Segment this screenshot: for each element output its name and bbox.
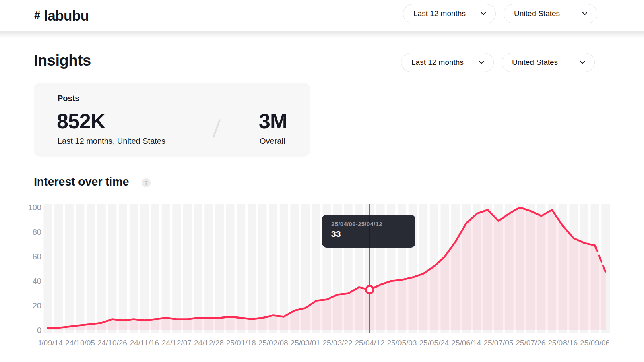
interest-over-time-title: Interest over time	[34, 175, 129, 188]
chart-x-axis-labels: 24/09/1424/10/0524/10/2624/11/1624/12/07…	[33, 339, 610, 347]
header-time-range-label: Last 12 months	[413, 9, 466, 18]
svg-text:25/07/05: 25/07/05	[483, 339, 513, 347]
help-icon[interactable]: ?	[142, 178, 151, 187]
header-region-dropdown[interactable]: United States	[504, 4, 597, 23]
posts-primary-value: 852K	[57, 109, 105, 133]
hashtag-name: labubu	[44, 8, 89, 24]
svg-text:25/04/12: 25/04/12	[355, 339, 385, 347]
chart-y-axis-labels: 020406080100	[28, 203, 41, 335]
svg-text:25/07/26: 25/07/26	[516, 339, 545, 347]
top-header: # labubu Last 12 months United States	[0, 0, 644, 31]
svg-text:24/10/26: 24/10/26	[97, 339, 127, 347]
chevron-down-icon	[477, 58, 485, 66]
svg-text:24/09/14: 24/09/14	[33, 339, 63, 347]
insights-section-title: Insights	[34, 52, 91, 69]
svg-text:25/05/24: 25/05/24	[419, 339, 449, 347]
hash-symbol: #	[34, 9, 40, 22]
posts-secondary-value: 3M	[259, 109, 287, 133]
chevron-down-icon	[581, 10, 589, 18]
hashtag-title: # labubu	[34, 0, 89, 31]
svg-text:24/12/28: 24/12/28	[194, 339, 224, 347]
chart-marker-dot[interactable]	[366, 286, 374, 293]
svg-text:80: 80	[33, 228, 41, 236]
svg-text:24/12/07: 24/12/07	[162, 339, 192, 347]
chevron-down-icon	[578, 58, 586, 66]
posts-card-label: Posts	[58, 94, 79, 103]
svg-text:25/06/14: 25/06/14	[451, 339, 481, 347]
slash-divider	[213, 119, 221, 138]
interest-chart-svg[interactable]: 02040608010024/09/1424/10/0524/10/2624/1…	[0, 195, 644, 352]
svg-text:100: 100	[28, 203, 41, 212]
posts-primary-caption: Last 12 months, United States	[58, 137, 165, 146]
insights-region-label: United States	[512, 58, 558, 67]
svg-text:40: 40	[33, 277, 41, 285]
posts-secondary-caption: Overall	[260, 137, 285, 146]
svg-text:25/01/18: 25/01/18	[226, 339, 256, 347]
svg-text:25/03/01: 25/03/01	[291, 339, 320, 347]
hashtag-insights-page: # labubu Last 12 months United States In…	[0, 0, 644, 362]
insights-time-range-label: Last 12 months	[411, 58, 464, 67]
svg-text:0: 0	[37, 326, 41, 335]
header-region-label: United States	[514, 9, 560, 18]
header-divider-shadow	[0, 33, 644, 38]
svg-text:60: 60	[33, 252, 41, 261]
posts-stat-card: Posts 852K Last 12 months, United States…	[34, 83, 310, 157]
insights-time-range-dropdown[interactable]: Last 12 months	[401, 53, 494, 72]
insights-region-dropdown[interactable]: United States	[502, 53, 595, 72]
svg-text:25/05/03: 25/05/03	[387, 339, 417, 347]
svg-text:25/09/06: 25/09/06	[580, 339, 610, 347]
header-time-range-dropdown[interactable]: Last 12 months	[403, 4, 496, 23]
svg-text:25/02/08: 25/02/08	[258, 339, 288, 347]
svg-text:20: 20	[33, 301, 41, 310]
svg-text:25/03/22: 25/03/22	[323, 339, 353, 347]
svg-text:25/08/16: 25/08/16	[548, 339, 578, 347]
chevron-down-icon	[479, 10, 487, 18]
svg-text:24/10/05: 24/10/05	[65, 339, 95, 347]
svg-text:24/11/16: 24/11/16	[130, 339, 159, 347]
